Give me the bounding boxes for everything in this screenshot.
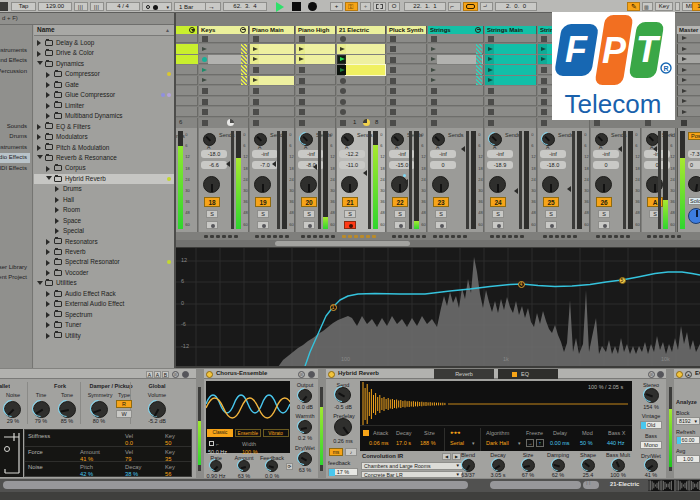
chorus-knob-feedback[interactable] (266, 460, 278, 472)
mixer-strip-17[interactable]: nds0612182430364860 (176, 128, 198, 232)
arm-button[interactable] (344, 221, 356, 229)
stop-button[interactable] (292, 2, 301, 11)
overdub-button[interactable]: + (330, 2, 343, 11)
chorus-mode-ensemble[interactable]: Ensemble (235, 429, 261, 437)
fader-track[interactable] (623, 131, 626, 229)
chorus-mode-classic[interactable]: Classic (207, 429, 233, 437)
track-header-piano-high[interactable]: Piano High (296, 26, 336, 34)
pan-knob[interactable] (254, 176, 271, 193)
volume-field[interactable]: -11.0 (339, 161, 365, 169)
key-map-button[interactable]: Key (655, 2, 673, 11)
fader-track[interactable] (318, 131, 321, 229)
group-unfold-icon[interactable] (189, 27, 195, 33)
clip-slot[interactable] (199, 86, 249, 95)
sidebar-category-sounds[interactable]: Sounds (0, 122, 30, 132)
refresh-field[interactable]: 60.00 (676, 436, 700, 444)
tree-item-compressor[interactable]: Compressor (34, 69, 174, 79)
hybrid-knob-blend[interactable] (462, 459, 475, 472)
clip-stop-button[interactable] (541, 99, 547, 105)
table-col-value[interactable]: 42 % (80, 471, 93, 477)
type-w-button[interactable]: W (116, 410, 132, 418)
chorus-mode-vibrato[interactable]: Vibrato (263, 429, 289, 437)
clip-stop-button[interactable] (253, 88, 259, 94)
peak-level-field[interactable]: -inf (430, 150, 456, 158)
clip-slot[interactable] (337, 55, 386, 64)
clip-stop-button[interactable] (431, 99, 437, 105)
tree-item-vocoder[interactable]: Vocoder (34, 268, 174, 278)
collapsed-arrow-icon[interactable] (46, 322, 50, 328)
ir-category-select[interactable]: Chambers and Large Rooms▼ (361, 462, 463, 470)
tree-item-corpus[interactable]: Corpus (34, 163, 174, 173)
tap-button[interactable]: Tap (11, 2, 36, 11)
clip-slot[interactable] (296, 97, 336, 106)
mixer-strip-24[interactable]: SendsA-inf-18.924S0612182430364860 (485, 128, 537, 232)
collapse-icon[interactable]: ▲ (685, 371, 692, 378)
pan-knob[interactable] (300, 176, 317, 193)
slot-record-button[interactable] (340, 99, 346, 105)
clip-slot[interactable] (176, 44, 198, 53)
tree-item-utility[interactable]: Utility (34, 331, 174, 341)
arm-button[interactable] (206, 221, 218, 229)
mixer-strip-23[interactable]: SendsA-inf023S0612182430364860 (428, 128, 484, 232)
clip-stop-button[interactable] (202, 109, 208, 115)
hybrid-knob-damping[interactable] (552, 459, 565, 472)
clip-stop-button[interactable] (390, 78, 396, 84)
clip-stop-button[interactable] (253, 99, 259, 105)
arm-button[interactable] (394, 221, 406, 229)
clip-slot[interactable] (250, 44, 295, 53)
clip-slot[interactable] (250, 76, 295, 85)
hybrid-knob-decay[interactable] (492, 459, 505, 472)
collapsed-arrow-icon[interactable] (37, 40, 41, 46)
clip-stop-button[interactable] (541, 36, 547, 42)
clip-slot[interactable] (199, 76, 249, 85)
loop-button[interactable] (463, 2, 478, 11)
arm-button[interactable] (545, 221, 557, 229)
clip-slot[interactable] (250, 97, 295, 106)
fader-track[interactable] (466, 131, 469, 229)
expanded-arrow-icon[interactable] (46, 176, 52, 180)
collapsed-arrow-icon[interactable] (46, 113, 50, 119)
tree-item-delay-loop[interactable]: Delay & Loop (34, 38, 174, 48)
arm-button[interactable] (492, 221, 504, 229)
size-value[interactable]: 188 % (420, 440, 436, 446)
clip-slot[interactable] (250, 34, 295, 43)
clip-slot[interactable] (387, 34, 427, 43)
delay-value[interactable]: 0.00 ms (550, 440, 570, 446)
pan-knob[interactable] (542, 176, 559, 193)
mixer-strip-26[interactable]: SendsA-inf026S0612182430364860 (591, 128, 641, 232)
collapsed-arrow-icon[interactable] (46, 312, 50, 318)
clip-slot[interactable] (296, 44, 336, 53)
track-activator-button[interactable]: 24 (490, 197, 506, 207)
master-pan-knob[interactable] (688, 176, 700, 192)
clip-stop-button[interactable] (299, 67, 305, 73)
arm-button[interactable] (257, 221, 269, 229)
clip-stop-button[interactable] (299, 36, 305, 42)
hot-swap-icon[interactable]: ⊘ (648, 371, 655, 378)
peak-level-field[interactable]: -inf (593, 150, 619, 158)
peak-level-field[interactable]: -inf (487, 150, 513, 158)
tree-item-drive-color[interactable]: Drive & Color (34, 48, 174, 58)
scene-slot[interactable] (677, 107, 700, 116)
clip-slot[interactable] (176, 97, 198, 106)
computer-midi-keyboard-button[interactable]: ▥ (642, 2, 653, 11)
collapsed-arrow-icon[interactable] (37, 145, 41, 151)
clip-slot[interactable] (250, 65, 295, 74)
clip-stop-button[interactable] (253, 120, 259, 126)
sidebar-place-current-project[interactable]: Current Project (0, 273, 30, 283)
tree-item-spectral-resonator[interactable]: Spectral Resonator (34, 257, 174, 267)
session-record-button[interactable] (373, 2, 386, 11)
mixer-strip-22[interactable]: SendsA-inf-15.022S0612182430364860 (387, 128, 427, 232)
device-on-toggle[interactable] (676, 371, 683, 378)
peak-level-field[interactable]: -18.0 (201, 150, 227, 158)
expanded-arrow-icon[interactable] (37, 155, 43, 159)
eq-filter-point-5[interactable]: 5 (619, 277, 626, 284)
bassx-value[interactable]: 440 Hz (607, 440, 624, 446)
sidebar-category-audio-effects[interactable]: Audio Effects (0, 153, 30, 163)
table-col-value[interactable]: 56 (165, 471, 171, 477)
clip-slot[interactable] (337, 44, 386, 53)
tree-item-eq-filters[interactable]: EQ & Filters (34, 122, 174, 132)
pan-knob[interactable] (341, 176, 358, 193)
tree-item-modulators[interactable]: Modulators (34, 132, 174, 142)
scene-slot[interactable] (677, 44, 700, 53)
clip-slot[interactable] (428, 76, 484, 85)
